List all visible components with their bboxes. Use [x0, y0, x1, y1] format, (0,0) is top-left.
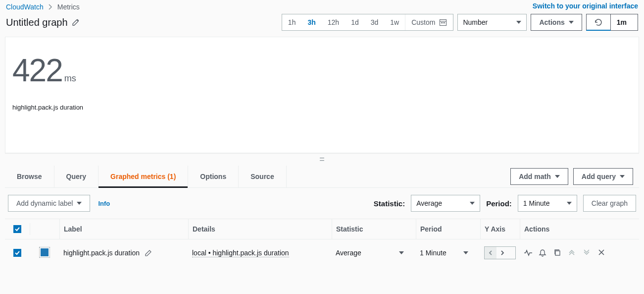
- time-range-custom[interactable]: Custom: [405, 14, 453, 30]
- actions-button[interactable]: Actions: [531, 14, 582, 31]
- tab-query[interactable]: Query: [54, 166, 99, 187]
- row-period-select[interactable]: 1 Minute: [416, 242, 480, 264]
- time-range-1w[interactable]: 1w: [384, 14, 405, 30]
- th-actions: Actions: [520, 219, 639, 239]
- period-select[interactable]: 1 Minute: [518, 195, 577, 212]
- svg-rect-3: [443, 22, 444, 23]
- th-details: Details: [188, 219, 332, 239]
- metric-unit: ms: [64, 73, 76, 84]
- tab-browse[interactable]: Browse: [11, 166, 54, 187]
- resize-handle[interactable]: =: [0, 153, 644, 166]
- add-query-button[interactable]: Add query: [573, 168, 633, 185]
- clear-graph-button[interactable]: Clear graph: [583, 195, 636, 212]
- th-statistic: Statistic: [332, 219, 416, 239]
- breadcrumb-root[interactable]: CloudWatch: [6, 3, 44, 11]
- statistic-label: Statistic:: [374, 199, 405, 208]
- tab-options[interactable]: Options: [188, 166, 239, 187]
- yaxis-toggle[interactable]: [484, 246, 516, 259]
- row-statistic-select[interactable]: Average: [332, 242, 416, 264]
- caret-down-icon: [463, 251, 468, 254]
- clear-graph-label: Clear graph: [592, 199, 628, 207]
- time-range-group: 1h 3h 12h 1d 3d 1w Custom: [282, 14, 454, 31]
- view-type-value: Number: [463, 18, 488, 26]
- caret-down-icon: [555, 175, 560, 178]
- add-dynamic-label-button[interactable]: Add dynamic label: [8, 195, 90, 212]
- breadcrumb: CloudWatch Metrics: [6, 2, 80, 11]
- caret-down-icon: [516, 21, 521, 24]
- select-all-checkbox[interactable]: [13, 225, 21, 233]
- page-title: Untitled graph: [6, 17, 68, 28]
- svg-rect-4: [444, 22, 445, 23]
- metric-panel: 422 ms highlight.pack.js duration: [5, 37, 639, 153]
- table-header: Label Details Statistic Period Y Axis Ac…: [5, 219, 639, 239]
- caret-down-icon: [399, 251, 404, 254]
- table-row: highlight.pack.js duration local • highl…: [5, 239, 639, 266]
- move-down-icon[interactable]: [583, 249, 591, 257]
- row-statistic-value: Average: [336, 249, 361, 257]
- metric-label: highlight.pack.js duration: [12, 104, 632, 111]
- color-swatch[interactable]: [41, 248, 49, 256]
- duplicate-icon[interactable]: [553, 249, 561, 257]
- edit-label-icon[interactable]: [145, 249, 152, 257]
- breadcrumb-current: Metrics: [57, 3, 80, 11]
- caret-down-icon: [620, 175, 625, 178]
- tab-source[interactable]: Source: [239, 166, 286, 187]
- calendar-icon: [439, 18, 447, 26]
- refresh-interval-select[interactable]: 1m: [611, 14, 638, 31]
- info-link[interactable]: Info: [98, 200, 110, 207]
- time-range-12h[interactable]: 12h: [322, 14, 345, 30]
- th-label: Label: [59, 219, 188, 239]
- refresh-icon: [594, 18, 603, 27]
- edit-title-icon[interactable]: [72, 18, 80, 26]
- caret-down-icon: [567, 202, 572, 205]
- time-range-3h[interactable]: 3h: [301, 14, 321, 30]
- refresh-button[interactable]: [586, 14, 611, 31]
- time-range-custom-label: Custom: [411, 18, 435, 26]
- add-dynamic-label-text: Add dynamic label: [16, 199, 73, 207]
- caret-down-icon: [470, 202, 475, 205]
- bell-icon[interactable]: [539, 249, 546, 257]
- refresh-interval-value: 1m: [617, 18, 627, 26]
- time-range-1h[interactable]: 1h: [282, 14, 302, 30]
- remove-icon[interactable]: [598, 249, 606, 257]
- toolbar: 1h 3h 12h 1d 3d 1w Custom Number Actions: [282, 14, 638, 31]
- th-yaxis: Y Axis: [480, 219, 520, 239]
- tabs: Browse Query Graphed metrics (1) Options…: [11, 166, 287, 187]
- th-period: Period: [416, 219, 480, 239]
- yaxis-left-icon: [485, 247, 496, 259]
- activity-icon[interactable]: [524, 249, 532, 257]
- caret-down-icon: [569, 21, 574, 24]
- svg-rect-2: [441, 22, 442, 23]
- actions-button-label: Actions: [539, 18, 564, 26]
- svg-rect-5: [555, 251, 560, 255]
- switch-interface-link[interactable]: Switch to your original interface: [533, 2, 638, 10]
- view-type-select[interactable]: Number: [457, 14, 527, 31]
- add-math-button[interactable]: Add math: [510, 168, 568, 185]
- add-math-label: Add math: [519, 173, 551, 180]
- time-range-3d[interactable]: 3d: [365, 14, 385, 30]
- period-label: Period:: [486, 199, 512, 208]
- row-period-value: 1 Minute: [420, 249, 446, 257]
- time-range-1d[interactable]: 1d: [345, 14, 365, 30]
- tab-graphed-metrics[interactable]: Graphed metrics (1): [99, 166, 188, 187]
- row-details[interactable]: local • highlight.pack.js duration: [192, 249, 289, 257]
- move-up-icon[interactable]: [568, 249, 576, 257]
- chevron-right-icon: [49, 4, 52, 10]
- caret-down-icon: [77, 202, 82, 205]
- metrics-table: Label Details Statistic Period Y Axis Ac…: [5, 219, 639, 266]
- period-value: 1 Minute: [523, 199, 550, 207]
- add-query-label: Add query: [582, 173, 616, 180]
- row-checkbox[interactable]: [13, 249, 21, 257]
- statistic-select[interactable]: Average: [411, 195, 480, 212]
- yaxis-right-icon: [496, 247, 508, 259]
- row-label: highlight.pack.js duration: [63, 249, 140, 257]
- statistic-value: Average: [416, 199, 442, 207]
- metric-value: 422: [12, 52, 62, 89]
